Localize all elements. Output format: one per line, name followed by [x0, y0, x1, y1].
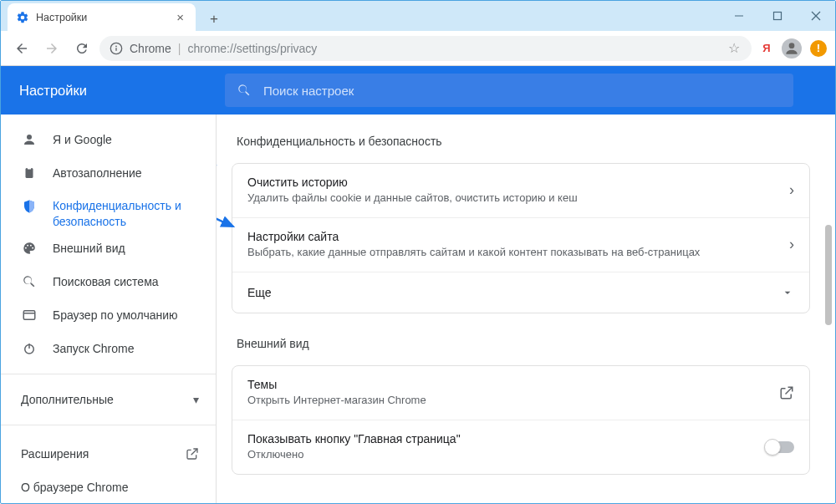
- row-subtitle: Отключено: [247, 448, 754, 462]
- row-show-home-button[interactable]: Показывать кнопку "Главная страница" Отк…: [232, 420, 809, 474]
- sidebar-footer: Расширения О браузере Chrome: [1, 434, 216, 503]
- chevron-right-icon: ›: [789, 236, 794, 253]
- power-icon: [21, 340, 38, 357]
- reload-button[interactable]: [69, 36, 94, 61]
- sidebar-item-privacy[interactable]: Конфиденциальность и безопасность: [1, 190, 216, 232]
- section-title-privacy: Конфиденциальность и безопасность: [237, 135, 810, 148]
- chevron-right-icon: ›: [789, 181, 794, 199]
- search-icon: [237, 83, 252, 98]
- back-button[interactable]: [9, 36, 34, 61]
- sidebar-item-appearance[interactable]: Внешний вид: [1, 232, 216, 265]
- sidebar-item-label: Автозаполнение: [53, 166, 199, 180]
- close-window-button[interactable]: [797, 1, 835, 31]
- svg-point-12: [27, 245, 28, 247]
- row-more[interactable]: Еще: [232, 272, 809, 313]
- section-title-appearance: Внешний вид: [237, 337, 810, 350]
- sidebar-item-on-startup[interactable]: Запуск Chrome: [1, 332, 216, 365]
- gear-icon: [16, 11, 29, 24]
- row-title: Настройки сайта: [247, 230, 777, 243]
- chevron-down-icon: [781, 286, 794, 299]
- sidebar-item-label: Конфиденциальность и безопасность: [53, 198, 199, 230]
- sidebar-item-extensions[interactable]: Расширения: [1, 437, 216, 471]
- svg-point-8: [27, 135, 32, 140]
- profile-avatar[interactable]: [782, 38, 802, 59]
- settings-search[interactable]: [225, 74, 793, 107]
- bookmark-star-icon[interactable]: ☆: [728, 40, 740, 56]
- browser-icon: [21, 307, 38, 323]
- person-icon: [21, 131, 38, 148]
- svg-point-13: [30, 245, 32, 247]
- chevron-down-icon: ▾: [193, 393, 199, 406]
- svg-rect-15: [23, 311, 35, 320]
- svg-rect-1: [774, 13, 782, 20]
- row-subtitle: Удалить файлы cookie и данные сайтов, оч…: [247, 191, 777, 206]
- svg-point-11: [25, 247, 27, 249]
- window-controls: [720, 1, 835, 31]
- omnibox-origin: Chrome: [130, 42, 171, 55]
- sidebar-item-label: Я и Google: [53, 133, 199, 146]
- svg-rect-6: [115, 48, 116, 51]
- settings-body: Я и Google Автозаполнение Конфиденциальн…: [1, 115, 835, 503]
- row-site-settings[interactable]: Настройки сайта Выбрать, какие данные от…: [232, 217, 809, 272]
- page-content: Настройки Я и Google Автозаполнение Конф…: [1, 66, 835, 503]
- settings-title: Настройки: [19, 83, 212, 99]
- row-title: Показывать кнопку "Главная страница": [247, 432, 754, 445]
- toggle-switch[interactable]: [766, 441, 794, 453]
- sidebar-item-default-browser[interactable]: Браузер по умолчанию: [1, 298, 216, 332]
- window-titlebar: Настройки × +: [1, 1, 835, 31]
- settings-panel[interactable]: Конфиденциальность и безопасность Очисти…: [217, 115, 835, 503]
- row-subtitle: Открыть Интернет-магазин Chrome: [247, 394, 767, 408]
- minimize-button[interactable]: [720, 1, 758, 31]
- omnibox-url: chrome://settings/privacy: [187, 42, 721, 55]
- scrollbar-thumb[interactable]: [825, 225, 832, 325]
- close-tab-icon[interactable]: ×: [173, 10, 187, 24]
- site-info-icon[interactable]: [110, 42, 123, 55]
- row-title: Еще: [247, 286, 769, 299]
- scrollbar[interactable]: [822, 116, 833, 501]
- palette-icon: [21, 240, 38, 257]
- svg-rect-10: [28, 167, 32, 170]
- sidebar-separator: [1, 425, 216, 425]
- sidebar-item-about[interactable]: О браузере Chrome: [1, 471, 216, 503]
- svg-point-7: [789, 43, 795, 48]
- sidebar-item-autofill[interactable]: Автозаполнение: [1, 156, 216, 190]
- browser-tab[interactable]: Настройки ×: [8, 3, 196, 31]
- clipboard-icon: [21, 165, 38, 181]
- settings-sidebar: Я и Google Автозаполнение Конфиденциальн…: [1, 115, 217, 503]
- new-tab-button[interactable]: +: [202, 8, 226, 31]
- maximize-button[interactable]: [758, 1, 797, 31]
- settings-header: Настройки: [1, 66, 835, 115]
- svg-point-14: [32, 247, 33, 249]
- svg-rect-9: [26, 168, 33, 178]
- sidebar-item-people[interactable]: Я и Google: [1, 123, 216, 156]
- sidebar-separator: [1, 374, 216, 374]
- row-title: Темы: [247, 378, 767, 391]
- sidebar-item-label: Браузер по умолчанию: [53, 308, 199, 322]
- browser-toolbar: Chrome | chrome://settings/privacy ☆ Я !: [1, 31, 835, 66]
- open-external-icon: [186, 447, 199, 461]
- shield-icon: [21, 198, 38, 215]
- annotation-arrow: [217, 158, 220, 191]
- row-subtitle: Выбрать, какие данные отправлять сайтам …: [247, 246, 777, 260]
- row-title: Очистить историю: [247, 176, 777, 189]
- sidebar-item-label: Поисковая система: [53, 275, 199, 288]
- svg-point-5: [115, 45, 117, 47]
- open-external-icon: [779, 385, 794, 400]
- row-clear-browsing-data[interactable]: Очистить историю Удалить файлы cookie и …: [232, 164, 809, 217]
- sidebar-item-advanced[interactable]: Дополнительные ▾: [1, 383, 216, 416]
- sidebar-item-label: Запуск Chrome: [53, 342, 199, 355]
- extension-yandex-icon[interactable]: Я: [757, 38, 777, 59]
- row-themes[interactable]: Темы Открыть Интернет-магазин Chrome: [232, 366, 809, 420]
- omnibox-divider: |: [178, 42, 181, 55]
- tab-title: Настройки: [36, 12, 173, 23]
- forward-button[interactable]: [39, 36, 64, 61]
- privacy-card: Очистить историю Удалить файлы cookie и …: [232, 163, 810, 313]
- search-icon: [21, 273, 38, 290]
- svg-line-20: [217, 210, 233, 227]
- sidebar-item-label: Расширения: [21, 447, 171, 461]
- sidebar-item-search-engine[interactable]: Поисковая система: [1, 265, 216, 298]
- sidebar-item-label: Внешний вид: [53, 242, 199, 255]
- update-warning-icon[interactable]: !: [810, 40, 827, 57]
- settings-search-input[interactable]: [263, 84, 782, 98]
- address-bar[interactable]: Chrome | chrome://settings/privacy ☆: [99, 36, 752, 61]
